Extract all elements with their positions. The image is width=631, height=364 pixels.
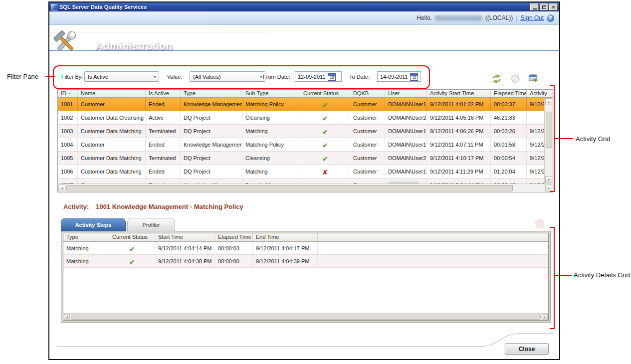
cell-type: Knowledge Management	[181, 138, 242, 151]
calendar-icon[interactable]: 15	[328, 73, 336, 81]
scroll-up-icon[interactable]: ▲	[545, 98, 552, 105]
cell-elapsed: 00:00:54	[491, 152, 527, 165]
column-header-current-status[interactable]: Current Status	[300, 90, 350, 97]
activity-row[interactable]: 1006Customer Data MatchingEndedDQ Projec…	[58, 165, 544, 179]
activity-row[interactable]: 1002Customer Data CleansingActiveDQ Proj…	[58, 111, 544, 125]
scroll-left-icon[interactable]: ◄	[64, 314, 70, 320]
sign-out-link[interactable]: Sign Out	[520, 14, 544, 21]
minimize-button[interactable]	[530, 3, 539, 10]
activity-step-row[interactable]: Matching✔9/12/2011 4:04:38 PM00:00:009/1…	[63, 255, 548, 268]
cell-start-time: 9/12/2011 4:01:22 PM	[427, 98, 491, 111]
close-button[interactable]: Close	[505, 343, 549, 355]
annotation-bracket	[554, 227, 555, 329]
clipped-row: 1007CuEndedKnowledge ManagementDomain Ma…	[58, 179, 544, 183]
to-date-input[interactable]: 14-09-2011 15	[377, 71, 421, 82]
column-header-end-time[interactable]: End Time	[253, 233, 318, 241]
horizontal-scrollbar[interactable]: ◄ ►	[58, 183, 553, 192]
from-date-input[interactable]: 12-09-2011 15	[295, 71, 342, 82]
activity-row-partial[interactable]: 1007CuEndedKnowledge ManagementDomain Ma…	[58, 179, 544, 183]
activity-grid-header: ID▲NameIs ActiveTypeSub TypeCurrent Stat…	[58, 90, 553, 98]
cell-name: Customer Data Matching	[78, 165, 146, 178]
annotation-bracket-tick	[550, 227, 554, 228]
column-header-start-time[interactable]: Start Time	[155, 233, 215, 241]
cell-user: DOMAIN\User1	[385, 125, 427, 138]
cell-user	[385, 179, 427, 183]
activity-grid: ID▲NameIs ActiveTypeSub TypeCurrent Stat…	[57, 89, 553, 192]
grid-toolbar	[491, 74, 546, 85]
cell-id: 1003	[58, 125, 78, 138]
cell-user: DOMAIN\User1	[385, 138, 427, 151]
scrollbar-thumb[interactable]	[71, 315, 541, 320]
column-header-current-status[interactable]: Current Status	[109, 233, 155, 241]
cell-dqkb: Customer	[350, 125, 385, 138]
chevron-down-icon: ▼	[259, 75, 263, 79]
scroll-right-icon[interactable]: ►	[545, 184, 552, 191]
cell-elapsed: 00:01:58	[491, 138, 527, 151]
app-icon	[51, 4, 57, 10]
calendar-icon[interactable]: 15	[410, 73, 418, 81]
cell-name: Customer Data Matching	[78, 152, 146, 165]
column-header-elapsed-time[interactable]: Elapsed Time	[491, 90, 527, 97]
column-header-is-active[interactable]: Is Active	[146, 90, 181, 97]
cell-end-time: 9/12/20	[527, 138, 544, 151]
cell-status: ✔	[300, 138, 350, 151]
cell-is-active: Terminated	[146, 125, 181, 138]
separator: |	[516, 14, 517, 21]
column-header-type[interactable]: Type	[63, 233, 109, 241]
horizontal-scrollbar[interactable]: ◄ ►	[63, 313, 548, 320]
help-icon[interactable]: ?	[547, 14, 554, 22]
activity-row[interactable]: 1003Customer Data MatchingTerminatedDQ P…	[58, 125, 544, 138]
scroll-down-icon[interactable]: ▼	[545, 176, 552, 183]
export-icon[interactable]	[528, 74, 539, 84]
cell-type: DQ Project	[181, 165, 242, 178]
column-header-id[interactable]: ID▲	[58, 90, 78, 97]
column-header-user[interactable]: User	[385, 90, 427, 97]
minimize-icon	[533, 8, 537, 9]
refresh-icon[interactable]	[491, 74, 502, 84]
cell-start-time: 9/12/2011 4:04:14 PM	[155, 242, 215, 254]
activity-row[interactable]: 1005Customer Data MatchingTerminatedDQ P…	[58, 152, 544, 165]
banner-context-strip: Activity: Activity Monitoring	[49, 50, 559, 61]
column-header-sub-type[interactable]: Sub Type	[242, 90, 300, 97]
scrollbar-thumb[interactable]	[546, 112, 552, 148]
scrollbar-thumb[interactable]	[66, 185, 513, 191]
details-grid-header: TypeCurrent StatusStart TimeElapsed Time…	[63, 233, 548, 242]
column-header-type[interactable]: Type	[181, 90, 242, 97]
tab-activity-steps[interactable]: Activity Steps	[61, 218, 126, 231]
cell-sub-type: Matching Policy	[242, 138, 300, 151]
close-window-button[interactable]: ×	[549, 3, 558, 10]
server-label: ((LOCAL))	[485, 14, 513, 21]
cell-status: ✔	[109, 242, 155, 254]
scroll-right-icon[interactable]: ►	[542, 314, 548, 320]
restore-button[interactable]	[540, 3, 548, 10]
details-heading-value: 1001 Knowledge Management - Matching Pol…	[96, 203, 243, 210]
scroll-left-icon[interactable]: ◄	[58, 184, 65, 191]
cell-is-active: Ended	[146, 179, 181, 183]
cell-sub-type: Matching Policy	[242, 98, 300, 111]
column-header-dqkb[interactable]: DQKB	[350, 90, 385, 97]
annotation-activity-grid: Activity Grid	[576, 135, 610, 143]
filter-by-select[interactable]: Is Active ▼	[84, 71, 159, 82]
activity-row[interactable]: 1004CustomerEndedKnowledge ManagementMat…	[58, 138, 544, 152]
cell-dqkb: Customer	[350, 138, 385, 151]
value-select[interactable]: (All Values) ▼	[190, 71, 265, 82]
cell-dqkb: Cust	[350, 179, 385, 183]
tab-profiler[interactable]: Profiler	[127, 218, 175, 231]
column-header-activity[interactable]: Activity	[527, 90, 553, 97]
cell-end-time: 9/12/20	[527, 125, 544, 138]
column-header-elapsed-time[interactable]: Elapsed Time	[215, 233, 253, 241]
details-heading-label: Activity:	[63, 203, 89, 210]
activity-row[interactable]: 1001CustomerEndedKnowledge ManagementMat…	[58, 98, 544, 111]
from-date-label: From Date:	[263, 74, 290, 80]
cell-end-time: 9/12/20	[527, 98, 544, 111]
cell-id: 1002	[58, 111, 78, 124]
cell-type: Knowledge Management	[181, 179, 242, 183]
vertical-scrollbar[interactable]: ▲ ▼	[544, 98, 553, 183]
column-header-name[interactable]: Name	[78, 90, 146, 97]
activity-step-row[interactable]: Matching✔9/12/2011 4:04:14 PM00:00:039/1…	[63, 242, 548, 255]
cell-type: DQ Project	[181, 152, 242, 165]
column-header-activity-start-time[interactable]: Activity Start Time	[427, 90, 491, 97]
session-bar: Hello, ((LOCAL)) | Sign Out ?	[49, 11, 559, 25]
cell-name: Customer Data Matching	[78, 125, 146, 138]
cell-end-time	[527, 111, 544, 124]
